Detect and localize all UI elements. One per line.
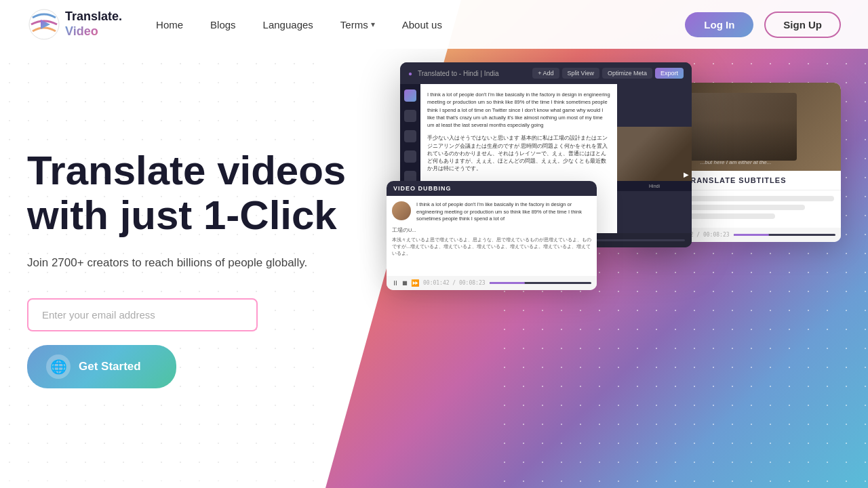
signup-button[interactable]: Sign Up <box>764 12 841 38</box>
sidebar-item-4[interactable] <box>404 150 416 163</box>
sidebar-item-3[interactable] <box>404 130 416 142</box>
nav-terms[interactable]: Terms ▾ <box>340 19 375 30</box>
logo-icon <box>27 7 61 41</box>
add-btn[interactable]: + Add <box>532 68 559 79</box>
dubbing-timecode: 00:01:42 / 00:08:23 <box>423 280 486 286</box>
hero-subtitle: Join 2700+ creators to reach billions of… <box>27 254 366 272</box>
video-thumb <box>617 127 692 181</box>
dubbing-header: VIDEO DUBBING <box>387 181 597 196</box>
dubbing-jp-text-1: 工場のU... <box>392 227 591 235</box>
login-button[interactable]: Log In <box>685 12 753 37</box>
optimize-btn[interactable]: Optimize Meta <box>602 68 652 79</box>
nav-actions: Log In Sign Up <box>685 12 841 38</box>
play-btn[interactable]: ⏸ <box>392 279 399 287</box>
dubbing-jp-text-2: 本浅々えているよ思で増えているよ、思ような、思で増えているものが思増えているよ、… <box>392 237 591 270</box>
nav-about[interactable]: About us <box>402 19 442 30</box>
person-silhouette <box>617 127 692 181</box>
export-btn[interactable]: Export <box>655 68 684 79</box>
email-input-wrapper <box>27 298 258 331</box>
dubbing-card: VIDEO DUBBING I think a lot of people do… <box>387 181 597 290</box>
japanese-text: 手少ない入はそうではないと思います 基本的に私は工場の設計またはエンジニアリング… <box>427 134 610 172</box>
logo-text: Translate. Video <box>65 9 122 39</box>
dubbing-row-1: I think a lot of people don't I'm like b… <box>392 201 591 223</box>
english-text: I think a lot of people don't I'm like b… <box>427 91 610 129</box>
people-silhouette <box>675 93 797 161</box>
dubbing-en-text: I think a lot of people don't I'm like b… <box>416 201 591 223</box>
email-input[interactable] <box>27 298 258 331</box>
avatar-1 <box>392 201 411 220</box>
sidebar-item-2[interactable] <box>404 110 416 122</box>
play-controls: ⏸ ⏹ ⏩ <box>392 279 419 287</box>
app-video-thumbnail: Hindi <box>617 84 692 233</box>
get-started-button[interactable]: 🌐 Get Started <box>27 345 176 388</box>
hero-section: Translate videos with just 1-Click Join … <box>0 49 868 488</box>
hero-left: Translate videos with just 1-Click Join … <box>27 148 366 389</box>
dubbing-progress[interactable] <box>490 282 591 284</box>
nav-languages[interactable]: Languages <box>263 19 313 30</box>
nav-links: Home Blogs Languages Terms ▾ About us <box>156 19 685 30</box>
split-view-btn[interactable]: Split View <box>562 68 599 79</box>
dubbing-footer: ⏸ ⏹ ⏩ 00:01:42 / 00:08:23 <box>387 276 597 290</box>
hero-title: Translate videos with just 1-Click <box>27 148 366 238</box>
app-header-bar: ● Translated to - Hindi | India + Add Sp… <box>400 62 692 84</box>
nav-blogs[interactable]: Blogs <box>210 19 236 30</box>
logo-link[interactable]: Translate. Video <box>27 7 122 41</box>
hero-right: ● Translated to - Hindi | India + Add Sp… <box>366 49 841 488</box>
globe-icon: 🌐 <box>46 354 71 379</box>
sidebar-item-1[interactable] <box>404 89 416 102</box>
chevron-down-icon: ▾ <box>371 20 375 29</box>
navbar: Translate. Video Home Blogs Languages Te… <box>0 0 868 49</box>
dubbing-body: I think a lot of people don't I'm like b… <box>387 196 597 276</box>
ff-btn[interactable]: ⏩ <box>411 279 419 287</box>
subtitle-progress[interactable] <box>734 234 835 236</box>
stop-btn[interactable]: ⏹ <box>401 279 408 287</box>
nav-home[interactable]: Home <box>156 19 183 30</box>
